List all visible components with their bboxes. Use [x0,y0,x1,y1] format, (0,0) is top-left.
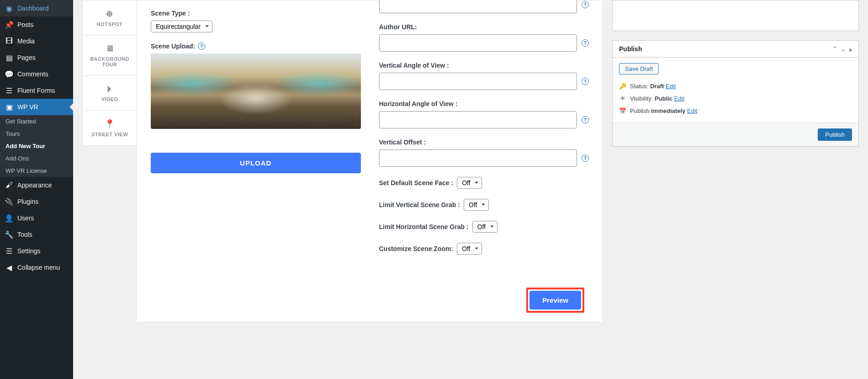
tab-label: STREET VIEW [91,132,128,137]
menu-dashboard[interactable]: ◉Dashboard [0,0,73,16]
editor-panel: ⊕HOTSPOT 🖥BACKGROUND TOUR ⏵VIDEO 📍STREET… [82,0,603,379]
top-input[interactable] [379,0,577,13]
settings-icon: ☰ [5,246,14,256]
menu-media[interactable]: 🎞Media [0,33,73,49]
vr-icon: ▣ [5,102,14,112]
tab-hotspot[interactable]: ⊕HOTSPOT [83,0,137,36]
scene-type-label: Scene Type : [151,10,361,17]
tab-background-tour[interactable]: 🖥BACKGROUND TOUR [83,36,137,76]
wp-vr-submenu: Get Started Tours Add New Tour Add-Ons W… [0,115,73,177]
menu-label: Collapse menu [17,264,60,271]
visibility-line: 👁 Visibility: Public Edit [619,92,852,105]
sub-addons[interactable]: Add-Ons [0,152,73,165]
vertical-offset-input[interactable] [379,149,577,167]
info-icon[interactable]: ? [198,43,205,50]
menu-tools[interactable]: 🔧Tools [0,226,73,243]
crosshair-icon: ⊕ [86,9,133,19]
customize-zoom-select[interactable]: Off [457,243,482,255]
plugins-icon: 🔌 [5,197,14,206]
edit-visibility-link[interactable]: Edit [674,95,684,102]
author-url-input[interactable] [379,34,577,52]
visibility-value: Public [655,95,672,102]
info-icon[interactable]: ? [582,116,589,123]
menu-label: WP VR [17,103,38,111]
menu-plugins[interactable]: 🔌Plugins [0,193,73,210]
sub-license[interactable]: WP VR License [0,165,73,177]
info-icon[interactable]: ? [582,1,589,8]
menu-users[interactable]: 👤Users [0,210,73,226]
media-icon: 🎞 [5,37,14,46]
info-icon[interactable]: ? [582,155,589,162]
menu-label: Users [17,214,34,222]
limit-vertical-label: Limit Vertical Scene Grab : [379,201,460,208]
vertical-tabs: ⊕HOTSPOT 🖥BACKGROUND TOUR ⏵VIDEO 📍STREET… [82,0,137,146]
menu-pages[interactable]: ▤Pages [0,49,73,66]
appearance-icon: 🖌 [5,181,14,190]
sub-get-started[interactable]: Get Started [0,115,73,128]
sub-add-new-tour[interactable]: Add New Tour [0,140,73,152]
chevron-up-icon[interactable]: ⌃ [832,45,838,53]
preview-button[interactable]: Preview [529,291,581,310]
pin-icon: 📍 [86,119,133,129]
edit-status-link[interactable]: Edit [666,83,676,90]
publish-body: Save Draft 🔑 Status: Draft Edit 👁 Visibi… [613,58,858,123]
tab-street-view[interactable]: 📍STREET VIEW [83,111,137,145]
comments-icon: 💬 [5,69,14,79]
chevron-down-icon[interactable]: ⌄ [841,45,846,53]
eye-icon: 👁 [619,95,626,102]
default-face-label: Set Default Scene Face : [379,179,454,187]
tab-video[interactable]: ⏵VIDEO [83,76,137,111]
publish-value: immediately [651,107,685,114]
empty-metabox [612,0,859,31]
menu-label: Plugins [17,198,38,205]
menu-wp-vr[interactable]: ▣WP VR [0,99,73,115]
menu-label: Appearance [17,181,52,189]
visibility-label: Visibility: [630,95,655,102]
status-line: 🔑 Status: Draft Edit [619,80,852,92]
publish-title: Publish [619,45,642,53]
menu-fluent-forms[interactable]: ☰Fluent Forms [0,82,73,99]
pin-icon: 📌 [5,20,14,29]
limit-horizontal-select[interactable]: Off [472,221,498,233]
triangle-up-icon[interactable]: ▴ [849,45,852,53]
video-icon: ⏵ [86,84,133,94]
vertical-offset-label: Vertical Offset : [379,139,589,146]
preview-highlight-box: Preview [526,288,584,313]
menu-label: Posts [17,21,33,28]
edit-schedule-link[interactable]: Edit [687,107,697,114]
key-icon: 🔑 [619,83,626,90]
status-value: Draft [650,83,664,90]
publish-button[interactable]: Publish [818,128,852,141]
menu-settings[interactable]: ☰Settings [0,243,73,259]
pages-icon: ▤ [5,53,14,62]
info-icon[interactable]: ? [582,78,589,85]
vertical-angle-input[interactable] [379,73,577,90]
publish-metabox: Publish ⌃ ⌄ ▴ Save Draft 🔑 Status: Draft… [612,40,859,147]
menu-label: Fluent Forms [17,87,55,94]
monitor-icon: 🖥 [86,44,133,53]
publish-sidebar: Publish ⌃ ⌄ ▴ Save Draft 🔑 Status: Draft… [612,0,859,379]
menu-appearance[interactable]: 🖌Appearance [0,177,73,193]
default-face-select[interactable]: Off [457,177,482,189]
right-column: ? Author URL: ? Vertical Angle of View : [379,10,589,265]
sub-tours[interactable]: Tours [0,128,73,140]
upload-button[interactable]: UPLOAD [151,153,361,173]
scene-type-select[interactable]: Equirectangular [151,21,212,32]
users-icon: 👤 [5,214,14,223]
tab-label: HOTSPOT [97,21,123,27]
scene-preview-image [151,53,361,129]
forms-icon: ☰ [5,86,14,95]
menu-posts[interactable]: 📌Posts [0,16,73,33]
save-draft-button[interactable]: Save Draft [619,63,659,75]
info-icon[interactable]: ? [582,39,589,47]
publish-header: Publish ⌃ ⌄ ▴ [613,41,858,58]
tools-icon: 🔧 [5,230,14,239]
menu-collapse[interactable]: ◀Collapse menu [0,259,73,276]
tab-label: BACKGROUND TOUR [90,56,129,67]
horizontal-angle-input[interactable] [379,111,577,128]
limit-vertical-select[interactable]: Off [464,199,489,211]
menu-label: Settings [17,247,41,255]
menu-label: Comments [17,70,48,78]
menu-label: Tools [17,231,32,238]
menu-comments[interactable]: 💬Comments [0,66,73,82]
